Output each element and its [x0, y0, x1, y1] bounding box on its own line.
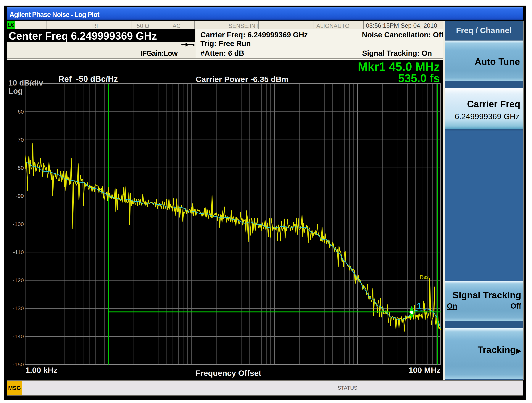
svg-text:-60: -60 — [16, 108, 24, 115]
svg-text:535.0 fs: 535.0 fs — [398, 72, 440, 85]
svg-text:-150: -150 — [13, 361, 24, 367]
svg-text:10 dB/div: 10 dB/div — [8, 78, 43, 87]
svg-text:Carrier Power -6.35 dBm: Carrier Power -6.35 dBm — [196, 75, 289, 84]
svg-text:-130: -130 — [13, 305, 24, 311]
svg-text:1.00 kHz: 1.00 kHz — [25, 366, 57, 375]
svg-text:-120: -120 — [13, 277, 24, 283]
svg-text:-140: -140 — [13, 333, 24, 340]
svg-text:-80: -80 — [16, 165, 24, 171]
svg-text:Frequency Offset: Frequency Offset — [196, 369, 261, 378]
svg-text:-70: -70 — [16, 137, 24, 143]
svg-text:Log: Log — [8, 87, 23, 95]
svg-text:1: 1 — [417, 302, 421, 310]
svg-text:-100: -100 — [13, 221, 24, 227]
svg-text:Mkr1 45.0 MHz: Mkr1 45.0 MHz — [358, 60, 440, 73]
svg-text:-110: -110 — [13, 249, 24, 255]
svg-text:Res: Res — [420, 274, 429, 280]
svg-text:100 MHz: 100 MHz — [409, 366, 441, 375]
svg-text:Ref -50 dBc/Hz: Ref -50 dBc/Hz — [58, 74, 118, 83]
svg-text:-90: -90 — [16, 193, 24, 199]
